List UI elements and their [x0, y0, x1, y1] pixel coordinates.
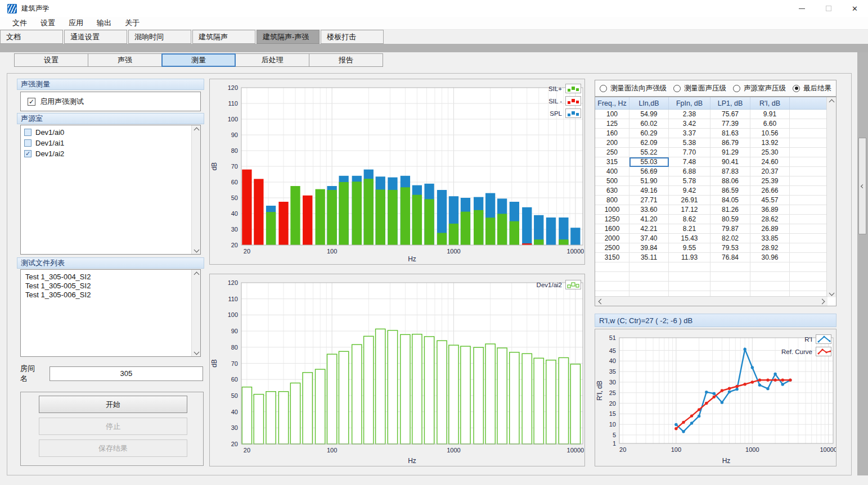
table-col-header-1[interactable]: LIn,dB	[629, 97, 669, 109]
table-cell[interactable]: 84.05	[710, 196, 750, 205]
table-cell[interactable]: 1600	[595, 224, 629, 234]
table-cell[interactable]: 3.37	[669, 129, 710, 138]
table-cell[interactable]	[790, 196, 827, 205]
sub-tab-4[interactable]: 报告	[309, 53, 383, 67]
table-cell[interactable]: 62.09	[629, 138, 669, 148]
table-cell[interactable]: 26.89	[750, 224, 790, 234]
table-cell[interactable]	[790, 215, 827, 224]
table-cell[interactable]: 33.85	[750, 234, 790, 243]
table-cell[interactable]	[790, 205, 827, 215]
radio-option-3[interactable]: 最后结果	[793, 84, 831, 93]
table-cell[interactable]: 79.53	[710, 243, 750, 253]
sub-tab-0[interactable]: 设置	[14, 53, 88, 67]
save-result-button[interactable]: 保存结果	[39, 439, 187, 457]
table-cell[interactable]: 160	[595, 129, 629, 138]
channel-item-2[interactable]: ✓Dev1/ai2	[21, 148, 200, 159]
table-cell[interactable]: 39.84	[629, 243, 669, 253]
table-col-header-4[interactable]: R'I, dB	[750, 97, 790, 109]
table-cell[interactable]: 100	[595, 110, 629, 119]
table-cell[interactable]: 26.66	[750, 186, 790, 196]
radio-option-0[interactable]: 测量面法向声强级	[600, 84, 667, 93]
table-cell[interactable]: 55.22	[629, 148, 669, 157]
table-cell[interactable]: 60.29	[629, 129, 669, 138]
table-vscrollbar[interactable]	[826, 97, 836, 297]
table-cell[interactable]	[595, 282, 629, 291]
stop-button[interactable]: 停止	[39, 418, 187, 435]
table-cell[interactable]: 8.21	[669, 224, 710, 234]
table-cell[interactable]	[750, 272, 790, 282]
table-cell[interactable]: 7.70	[669, 148, 710, 157]
table-cell[interactable]: 25.30	[750, 148, 790, 157]
table-cell[interactable]	[790, 243, 827, 253]
table-cell[interactable]: 5.78	[669, 176, 710, 186]
table-cell[interactable]	[629, 272, 669, 282]
table-cell[interactable]	[790, 167, 827, 176]
table-cell[interactable]: 9.42	[669, 186, 710, 196]
table-cell[interactable]: 56.69	[629, 167, 669, 176]
table-hscrollbar[interactable]	[595, 296, 827, 306]
test-file-item-0[interactable]: Test 1_305-004_SI2	[21, 272, 200, 281]
table-cell[interactable]	[790, 138, 827, 148]
table-cell[interactable]	[595, 262, 629, 272]
table-cell[interactable]	[710, 262, 750, 272]
table-cell[interactable]: 3150	[595, 253, 629, 262]
table-cell[interactable]: 81.63	[710, 129, 750, 138]
table-cell[interactable]: 500	[595, 176, 629, 186]
table-cell[interactable]: 6.88	[669, 167, 710, 176]
table-col-header-0[interactable]: Freq., Hz	[595, 97, 629, 109]
table-cell[interactable]: 17.12	[669, 205, 710, 215]
table-cell[interactable]	[790, 234, 827, 243]
table-cell[interactable]: 90.41	[710, 157, 750, 167]
table-cell[interactable]: 33.60	[629, 205, 669, 215]
table-cell[interactable]: 3.42	[669, 119, 710, 129]
table-cell[interactable]	[790, 129, 827, 138]
table-cell[interactable]	[790, 272, 827, 282]
table-cell[interactable]: 630	[595, 186, 629, 196]
table-cell[interactable]	[750, 262, 790, 272]
table-cell[interactable]: 200	[595, 138, 629, 148]
table-cell[interactable]: 5.38	[669, 138, 710, 148]
table-cell[interactable]	[790, 148, 827, 157]
table-cell[interactable]: 81.26	[710, 205, 750, 215]
table-cell[interactable]	[629, 262, 669, 272]
menu-item-0[interactable]: 文件	[6, 17, 34, 29]
table-cell[interactable]: 51.90	[629, 176, 669, 186]
table-cell[interactable]: 800	[595, 196, 629, 205]
radio-option-2[interactable]: 声源室声压级	[733, 84, 786, 93]
channel-list-scrollbar[interactable]	[191, 125, 200, 254]
table-cell[interactable]: 400	[595, 167, 629, 176]
close-button[interactable]: ✕	[842, 0, 868, 17]
start-button[interactable]: 开始	[39, 396, 187, 413]
menu-item-2[interactable]: 应用	[62, 17, 90, 29]
table-cell[interactable]: 36.89	[750, 205, 790, 215]
table-cell[interactable]: 20.37	[750, 167, 790, 176]
table-cell[interactable]: 125	[595, 119, 629, 129]
table-cell[interactable]	[629, 282, 669, 291]
sub-tab-1[interactable]: 声强	[88, 53, 162, 67]
table-cell[interactable]: 7.48	[669, 157, 710, 167]
table-cell[interactable]: 45.57	[750, 196, 790, 205]
table-cell[interactable]	[750, 282, 790, 291]
maximize-button[interactable]	[815, 0, 842, 17]
table-col-header-5[interactable]	[790, 97, 827, 109]
file-list-scrollbar[interactable]	[191, 270, 200, 356]
main-tab-0[interactable]: 文档	[0, 30, 63, 44]
table-cell[interactable]: 87.83	[710, 167, 750, 176]
table-cell[interactable]: 11.93	[669, 253, 710, 262]
table-cell[interactable]: 6.60	[750, 119, 790, 129]
table-cell[interactable]: 35.11	[629, 253, 669, 262]
table-cell[interactable]	[790, 110, 827, 119]
table-cell[interactable]: 82.02	[710, 234, 750, 243]
table-cell[interactable]: 250	[595, 148, 629, 157]
menu-item-4[interactable]: 关于	[118, 17, 146, 29]
table-cell[interactable]	[790, 282, 827, 291]
table-cell[interactable]: 2500	[595, 243, 629, 253]
table-cell[interactable]: 80.59	[710, 215, 750, 224]
main-tab-2[interactable]: 混响时间	[128, 30, 191, 44]
table-cell[interactable]: 8.62	[669, 215, 710, 224]
table-cell[interactable]: 315	[595, 157, 629, 167]
table-cell[interactable]	[790, 119, 827, 129]
sub-tab-2[interactable]: 测量	[161, 53, 236, 67]
channel-item-1[interactable]: Dev1/ai1	[21, 138, 200, 148]
menu-item-1[interactable]: 设置	[34, 17, 62, 29]
